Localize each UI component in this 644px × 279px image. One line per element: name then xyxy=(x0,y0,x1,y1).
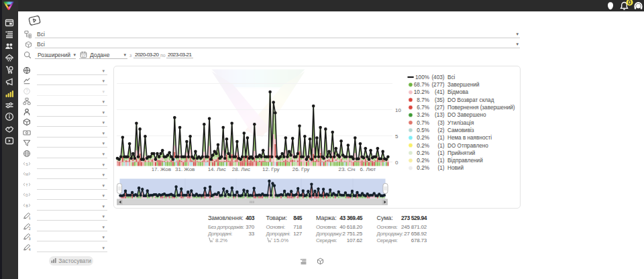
svg-text:DO Возврат склад: DO Возврат склад xyxy=(447,97,494,103)
svg-text:6.7%: 6.7% xyxy=(417,105,429,111)
svg-text:Утилізація: Утилізація xyxy=(447,120,474,126)
svg-text:31. Жов: 31. Жов xyxy=(175,166,195,172)
svg-text:Новий: Новий xyxy=(447,165,464,171)
svg-text:0.2%: 0.2% xyxy=(417,150,429,156)
svg-text:10: 10 xyxy=(395,107,401,113)
svg-text:68.7%: 68.7% xyxy=(414,82,429,88)
svg-text:(403): (403) xyxy=(431,74,444,80)
svg-text:Всі: Всі xyxy=(447,74,455,80)
svg-text:(3): (3) xyxy=(437,120,444,126)
svg-text:(13): (13) xyxy=(435,112,445,118)
svg-text:Повернення (завершений): Повернення (завершений) xyxy=(447,105,515,111)
svg-text:3.2%: 3.2% xyxy=(417,112,429,118)
svg-text:Самовивіз: Самовивіз xyxy=(447,127,474,133)
svg-text:14. Лис: 14. Лис xyxy=(208,166,226,172)
svg-text:DO Завершено: DO Завершено xyxy=(447,112,486,118)
svg-text:Нема в наявності: Нема в наявності xyxy=(447,135,492,141)
svg-text:(1): (1) xyxy=(437,143,444,149)
svg-text:0.2%: 0.2% xyxy=(417,135,429,141)
svg-text:(1): (1) xyxy=(437,158,444,164)
svg-text:Завершений: Завершений xyxy=(447,82,480,88)
svg-text:8.7%: 8.7% xyxy=(417,97,429,103)
svg-text:6. Лют: 6. Лют xyxy=(360,166,376,172)
svg-text:12. Гру: 12. Гру xyxy=(262,166,280,172)
svg-text:DO Отправлено: DO Отправлено xyxy=(447,143,488,149)
svg-text:Відмова: Відмова xyxy=(447,89,468,95)
svg-text:(2): (2) xyxy=(437,127,444,133)
svg-text:0.2%: 0.2% xyxy=(417,158,429,164)
svg-text:(1): (1) xyxy=(437,165,444,171)
svg-text:Відправлений: Відправлений xyxy=(447,158,483,164)
svg-text:0.7%: 0.7% xyxy=(417,120,429,126)
svg-text:(35): (35) xyxy=(435,97,445,103)
svg-text:Прийнятий: Прийнятий xyxy=(447,150,475,156)
svg-text:0: 0 xyxy=(395,160,398,166)
svg-text:100%: 100% xyxy=(415,74,429,80)
svg-text:17. Жов: 17. Жов xyxy=(152,166,171,172)
svg-text:0.2%: 0.2% xyxy=(417,143,429,149)
svg-text:28. Лис: 28. Лис xyxy=(232,166,250,172)
svg-text:5: 5 xyxy=(395,133,398,140)
svg-text:23. Січ: 23. Січ xyxy=(338,166,355,172)
svg-text:0.5%: 0.5% xyxy=(417,127,429,133)
svg-text:0.2%: 0.2% xyxy=(417,165,429,171)
svg-text:(41): (41) xyxy=(435,89,445,95)
svg-text:(277): (277) xyxy=(431,82,444,88)
svg-text:(1): (1) xyxy=(437,135,444,141)
svg-text:(27): (27) xyxy=(435,105,445,111)
svg-text:(1): (1) xyxy=(437,150,444,156)
svg-text:26. Гру: 26. Гру xyxy=(292,166,310,172)
svg-text:10.2%: 10.2% xyxy=(414,89,429,95)
